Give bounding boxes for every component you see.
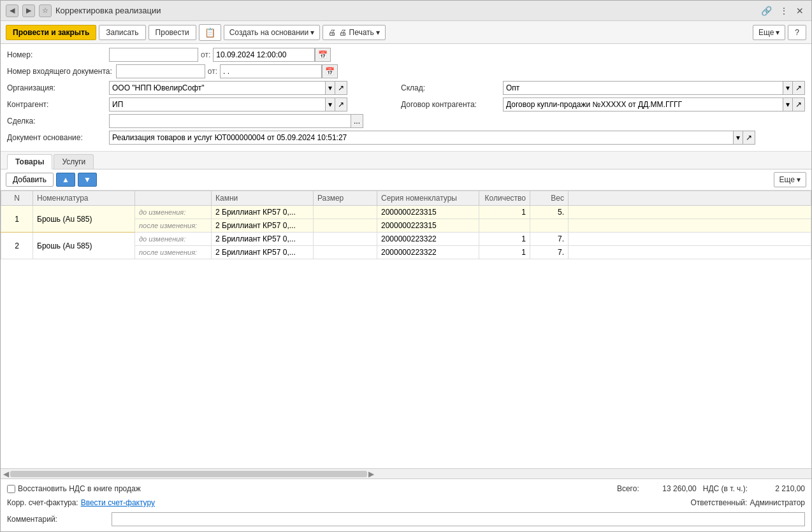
- row-1-stones-after: 2 Бриллиант КР57 0,...: [212, 219, 314, 233]
- contractor-dropdown-arrow[interactable]: ▾: [326, 97, 335, 111]
- calendar-button-1[interactable]: 📅: [315, 48, 331, 62]
- row-2-serial-before: 2000000223322: [377, 233, 479, 246]
- comment-input[interactable]: [112, 512, 805, 526]
- forward-button[interactable]: ▶: [22, 4, 35, 17]
- col-header-size: Размер: [314, 191, 377, 206]
- restore-vat-checkbox-label[interactable]: Восстановить НДС в книге продаж: [7, 484, 141, 493]
- scroll-right-arrow[interactable]: ▶: [368, 470, 374, 478]
- row-2-size-after: [314, 246, 377, 259]
- doc-basis-input[interactable]: [109, 131, 734, 145]
- row-2-extra-before: [569, 233, 811, 246]
- scroll-thumb[interactable]: [10, 471, 367, 477]
- row-1-before-label: до изменения:: [135, 206, 212, 219]
- contractor-label: Контрагент:: [7, 100, 109, 109]
- enter-invoice-link[interactable]: Ввести счет-фактуру: [81, 498, 155, 507]
- contractor-open-button[interactable]: ↗: [335, 97, 347, 111]
- more-toolbar-button[interactable]: Еще ▾: [753, 25, 785, 40]
- more-chevron-icon: ▾: [776, 28, 779, 37]
- warehouse-label: Склад:: [401, 83, 503, 92]
- row-2-size-before: [314, 233, 377, 246]
- org-dropdown-arrow[interactable]: ▾: [326, 81, 335, 95]
- col-header-n: N: [1, 191, 33, 206]
- calendar-button-2[interactable]: 📅: [322, 64, 338, 78]
- col-header-change: [135, 191, 212, 206]
- more-menu-button[interactable]: ⋮: [777, 4, 791, 17]
- add-button[interactable]: Добавить: [6, 173, 54, 187]
- contractor-input[interactable]: [109, 97, 326, 111]
- tab-services[interactable]: Услуги: [54, 154, 94, 169]
- table-more-label: Еще: [779, 175, 795, 184]
- row-2-weight-after: 7.: [530, 246, 569, 259]
- deal-label: Сделка:: [7, 117, 109, 126]
- scroll-left-arrow[interactable]: ◀: [3, 470, 9, 478]
- row-2-n: 2: [1, 233, 33, 259]
- print-button[interactable]: 🖨 🖨 Печать ▾: [323, 25, 386, 40]
- org-open-button[interactable]: ↗: [335, 81, 347, 95]
- contract-input[interactable]: [503, 97, 783, 111]
- org-input[interactable]: [109, 81, 326, 95]
- row-1-size-before: [314, 206, 377, 219]
- contract-dropdown-arrow[interactable]: ▾: [783, 97, 793, 111]
- doc-basis-label: Документ основание:: [7, 133, 109, 142]
- col-header-extra: [569, 191, 811, 206]
- corr-invoice-label: Корр. счет-фактура:: [7, 498, 78, 507]
- warehouse-open-button[interactable]: ↗: [793, 81, 805, 95]
- horizontal-scrollbar[interactable]: ◀ ▶: [1, 468, 811, 478]
- from-text-1: от:: [201, 50, 210, 59]
- row-2-serial-after: 2000000223322: [377, 246, 479, 259]
- row-2-before-label: до изменения:: [135, 233, 212, 246]
- contract-open-button[interactable]: ↗: [793, 97, 805, 111]
- row-2-extra-after: [569, 246, 811, 259]
- incoming-number-label: Номер входящего документа:: [7, 67, 116, 76]
- org-label: Организация:: [7, 83, 109, 92]
- help-button[interactable]: ?: [788, 25, 806, 40]
- col-header-nomenclature: Номенклатура: [33, 191, 135, 206]
- incoming-number-input[interactable]: [116, 64, 205, 78]
- deal-input[interactable]: [109, 114, 351, 128]
- post-button[interactable]: Провести: [149, 25, 196, 40]
- post-close-button[interactable]: Провести и закрыть: [6, 25, 96, 40]
- responsible-value: Администратор: [750, 498, 805, 507]
- close-button[interactable]: ✕: [794, 4, 806, 17]
- tab-services-label: Услуги: [62, 157, 85, 166]
- doc-basis-dropdown-arrow[interactable]: ▾: [734, 131, 743, 145]
- page-title: Корректировка реализации: [55, 6, 755, 15]
- number-input[interactable]: [109, 48, 198, 62]
- row-1-weight-before: 5.: [530, 206, 569, 219]
- col-header-qty: Количество: [479, 191, 530, 206]
- row-1-serial-before: 2000000223315: [377, 206, 479, 219]
- green-icon-button[interactable]: 📋: [199, 24, 221, 41]
- link-icon-button[interactable]: 🔗: [758, 4, 774, 17]
- back-button[interactable]: ◀: [6, 4, 18, 17]
- row-2-nomenclature: Брошь (Au 585): [33, 233, 135, 259]
- create-basis-button[interactable]: Создать на основании ▾: [224, 25, 321, 40]
- row-1-weight-after: [530, 219, 569, 233]
- row-1-after-label: после изменения:: [135, 219, 212, 233]
- warehouse-dropdown-arrow[interactable]: ▾: [783, 81, 793, 95]
- restore-vat-checkbox[interactable]: [7, 485, 15, 493]
- row-1-serial-after: 2000000223315: [377, 219, 479, 233]
- vat-label: НДС (в т. ч.):: [703, 484, 748, 493]
- table-more-button[interactable]: Еще ▾: [774, 172, 806, 187]
- row-1-extra-after: [569, 219, 811, 233]
- row-2-after-label: после изменения:: [135, 246, 212, 259]
- doc-basis-open-button[interactable]: ↗: [743, 131, 755, 145]
- comment-label: Комментарий:: [7, 515, 109, 524]
- restore-vat-label: Восстановить НДС в книге продаж: [18, 484, 141, 493]
- warehouse-input[interactable]: [503, 81, 783, 95]
- row-2-stones-after: 2 Бриллиант КР57 0,...: [212, 246, 314, 259]
- move-down-button[interactable]: ▼: [78, 173, 97, 187]
- number-label: Номер:: [7, 50, 109, 59]
- row-2-qty-before: 1: [479, 233, 530, 246]
- save-button[interactable]: Записать: [99, 25, 145, 40]
- row-2-qty-after: 1: [479, 246, 530, 259]
- incoming-date-input[interactable]: [220, 64, 322, 78]
- date-input[interactable]: [213, 48, 315, 62]
- row-1-stones-before: 2 Бриллиант КР57 0,...: [212, 206, 314, 219]
- deal-ellipsis-button[interactable]: ...: [351, 114, 363, 128]
- star-button[interactable]: ☆: [39, 4, 52, 17]
- tab-goods[interactable]: Товары: [7, 154, 52, 169]
- move-up-button[interactable]: ▲: [56, 173, 75, 187]
- table-row: 1 Брошь (Au 585) до изменения: 2 Бриллиа…: [1, 206, 811, 219]
- total-value: 13 260,00: [646, 484, 697, 493]
